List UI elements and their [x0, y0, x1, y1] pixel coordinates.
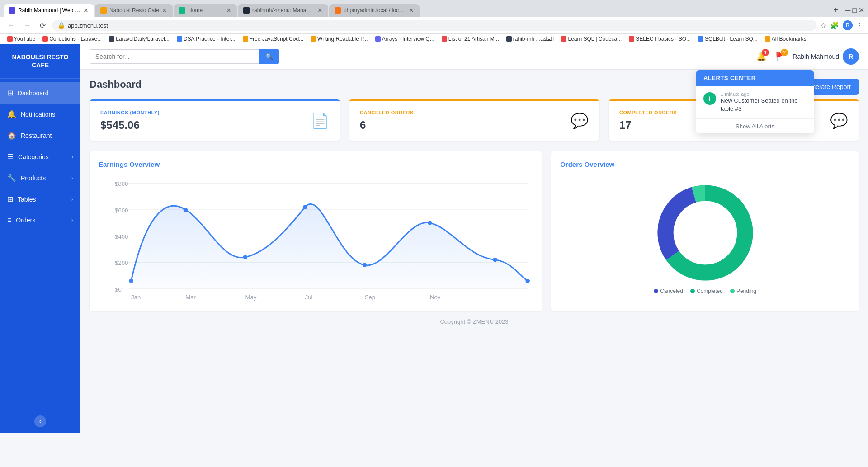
- alert-message: New Customer Seated on the table #3: [721, 97, 807, 113]
- bookmark-favicon: [311, 36, 316, 42]
- data-point: [243, 255, 248, 259]
- completed-info: COMPLETED ORDERS 17: [619, 110, 677, 132]
- browser-tab-tab4[interactable]: rabihmh/zmenu: Manage your ... ✕: [238, 4, 328, 17]
- data-point: [525, 279, 530, 283]
- alert-badge: ?: [781, 49, 788, 56]
- sidebar-item-restaurant[interactable]: 🏠 Restaurant: [0, 125, 80, 146]
- tab-title: rabihmh/zmenu: Manage your ...: [252, 7, 315, 14]
- forward-button[interactable]: →: [21, 20, 33, 30]
- bookmark-item[interactable]: Free JavaScript Cod...: [240, 35, 306, 43]
- sidebar-item-orders[interactable]: ≡ Orders ›: [0, 210, 80, 231]
- bookmark-item[interactable]: All Bookmarks: [762, 35, 809, 43]
- svg-text:Jan: Jan: [131, 294, 141, 301]
- completed-dot: [690, 289, 695, 293]
- bookmark-item[interactable]: LaravelDaily/Laravel...: [106, 35, 172, 43]
- svg-text:$400: $400: [115, 233, 128, 240]
- search-container: 🔍: [90, 49, 279, 64]
- address-bar[interactable]: 🔒 app.zmenu.test: [52, 20, 816, 31]
- close-icon[interactable]: ✕: [859, 6, 864, 14]
- sidebar-item-products[interactable]: 🔧 Products ›: [0, 167, 80, 189]
- earnings-chart-title: Earnings Overview: [99, 160, 533, 168]
- canceled-dot: [654, 289, 658, 293]
- earnings-icon: 📄: [311, 112, 329, 129]
- sidebar: NABOULSI RESTO CAFE ⊞ Dashboard 🔔 Notifi…: [0, 44, 80, 433]
- bookmarks-bar: YouTube Collections - Larave... LaravelD…: [0, 33, 868, 44]
- svg-text:$600: $600: [115, 207, 128, 214]
- alert-button[interactable]: 🚩 ?: [774, 50, 787, 63]
- sidebar-item-notifications[interactable]: 🔔 Notifications: [0, 104, 80, 125]
- bookmark-item[interactable]: Collections - Larave...: [40, 35, 104, 43]
- star-icon[interactable]: ☆: [820, 21, 826, 30]
- notification-bell-button[interactable]: 🔔 1: [755, 50, 768, 63]
- earnings-info: EARNINGS (MONTHLY) $545.06: [100, 110, 160, 132]
- svg-text:$200: $200: [115, 260, 128, 267]
- sidebar-item-label-categories: Categories: [18, 153, 67, 160]
- bookmark-favicon: [506, 36, 512, 42]
- sidebar-item-tables[interactable]: ⊞ Tables ›: [0, 189, 80, 210]
- alerts-footer[interactable]: Show All Alerts: [696, 119, 814, 133]
- browser-tab-tab5[interactable]: phpmyadmin.local / localhost /... ✕: [329, 4, 420, 17]
- tab-title: Home: [188, 7, 223, 14]
- bookmark-favicon: [7, 36, 13, 42]
- tab-close-icon[interactable]: ✕: [317, 7, 323, 14]
- bookmark-item[interactable]: Writing Readable P...: [308, 35, 371, 43]
- tab-close-icon[interactable]: ✕: [83, 7, 89, 14]
- products-icon: 🔧: [7, 174, 16, 182]
- bookmark-item[interactable]: DSA Practice - Inter...: [174, 35, 238, 43]
- reload-button[interactable]: ⟳: [37, 20, 48, 31]
- tab-close-icon[interactable]: ✕: [162, 7, 167, 14]
- browser-toolbar: ← → ⟳ 🔒 app.zmenu.test ☆ 🧩 R ⋮: [0, 17, 868, 33]
- search-input[interactable]: [90, 49, 259, 64]
- tab-close-icon[interactable]: ✕: [409, 7, 414, 14]
- bookmark-item[interactable]: SELECT basics - SO...: [626, 35, 693, 43]
- orders-chart-title: Orders Overview: [560, 160, 850, 168]
- legend-canceled: Canceled: [654, 288, 683, 294]
- tables-icon: ⊞: [7, 195, 13, 203]
- profile-icon[interactable]: R: [843, 20, 853, 30]
- svg-text:Nov: Nov: [430, 294, 441, 301]
- bookmark-item[interactable]: List of 21 Artisan M...: [439, 35, 502, 43]
- browser-chrome: Rabih Mahmoud | Web Develop... ✕ Nabouls…: [0, 0, 868, 44]
- browser-tab-tab1[interactable]: Rabih Mahmoud | Web Develop... ✕: [4, 4, 94, 17]
- tab-title: Rabih Mahmoud | Web Develop...: [18, 7, 80, 14]
- back-button[interactable]: ←: [5, 20, 17, 30]
- menu-icon[interactable]: ⋮: [856, 21, 863, 30]
- minimize-icon: ─: [845, 6, 850, 14]
- bookmark-item[interactable]: SQLBolt - Learn SQ...: [695, 35, 760, 43]
- data-point: [183, 208, 188, 212]
- sidebar-item-categories[interactable]: ☰ Categories ›: [0, 146, 80, 167]
- dashboard-icon: ⊞: [7, 89, 13, 97]
- bookmark-item[interactable]: YouTube: [5, 35, 38, 43]
- sidebar-collapse-button[interactable]: ‹: [0, 410, 80, 433]
- show-all-alerts-link[interactable]: Show All Alerts: [736, 123, 774, 130]
- svg-text:Mar: Mar: [185, 294, 196, 301]
- bookmark-item[interactable]: Arrays - Interview Q...: [373, 35, 437, 43]
- alert-time: 1 minute ago: [721, 91, 807, 97]
- svg-text:$800: $800: [115, 181, 128, 188]
- earnings-value: $545.06: [100, 119, 160, 132]
- new-tab-button[interactable]: +: [830, 4, 842, 17]
- sidebar-item-dashboard[interactable]: ⊞ Dashboard: [0, 82, 80, 104]
- extension-icon[interactable]: 🧩: [830, 21, 839, 30]
- svg-text:Jul: Jul: [305, 294, 313, 301]
- orders-icon: ≡: [7, 216, 11, 224]
- canceled-value: 6: [360, 119, 414, 132]
- bookmark-favicon: [109, 36, 114, 42]
- bookmark-favicon: [375, 36, 381, 42]
- bookmark-label: Free JavaScript Cod...: [250, 36, 303, 42]
- browser-titlebar: Rabih Mahmoud | Web Develop... ✕ Nabouls…: [0, 0, 868, 17]
- completed-icon: 💬: [830, 112, 848, 129]
- bookmark-item[interactable]: rahib-mh ...الملف: [504, 35, 557, 43]
- tab-close-icon[interactable]: ✕: [226, 7, 231, 14]
- header-user[interactable]: Rabih Mahmoud R: [793, 48, 859, 65]
- browser-tab-tab2[interactable]: Naboulsi Resto Cafe ✕: [95, 4, 173, 17]
- arrow-icon: ›: [71, 217, 73, 223]
- browser-tab-tab3[interactable]: Home ✕: [174, 4, 237, 17]
- sidebar-logo: NABOULSI RESTO CAFE: [0, 44, 80, 79]
- address-text: app.zmenu.test: [68, 22, 108, 29]
- alert-info-icon: i: [703, 92, 716, 105]
- bookmark-item[interactable]: Learn SQL | Codeca...: [558, 35, 624, 43]
- search-button[interactable]: 🔍: [259, 49, 279, 64]
- browser-tabs: Rabih Mahmoud | Web Develop... ✕ Nabouls…: [4, 4, 830, 17]
- browser-toolbar-icons: ☆ 🧩 R ⋮: [820, 20, 863, 30]
